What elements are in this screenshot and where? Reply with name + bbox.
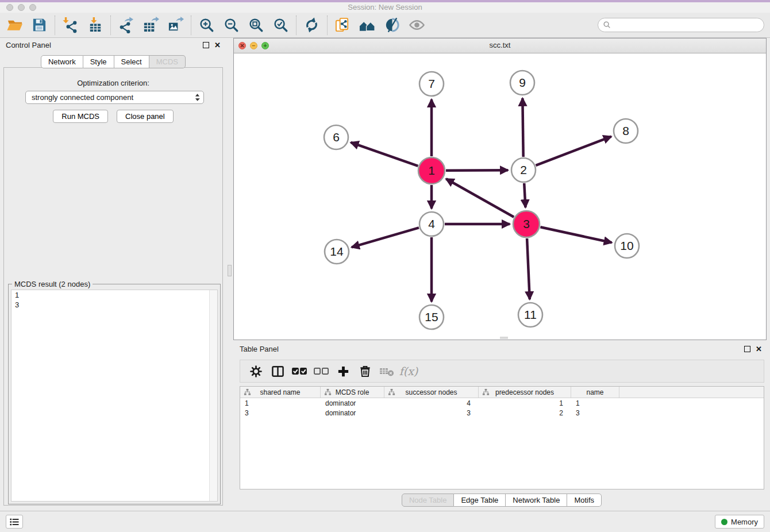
refresh-button[interactable] xyxy=(299,14,324,36)
deselect-all-button[interactable] xyxy=(310,362,332,380)
graph-edge-4-14[interactable] xyxy=(352,228,419,247)
save-session-button[interactable] xyxy=(27,14,52,36)
network-close-button[interactable]: ✕ xyxy=(238,42,246,49)
cell-MCDS-role[interactable]: dominator xyxy=(321,398,384,408)
status-bar: Memory xyxy=(0,511,770,532)
export-image-button[interactable] xyxy=(163,14,188,36)
graph-node-1[interactable]: 1 xyxy=(418,157,445,184)
zoom-fit-button[interactable] xyxy=(244,14,268,36)
export-table-button[interactable] xyxy=(138,14,163,36)
cell-successor-nodes[interactable]: 4 xyxy=(384,398,479,408)
network-file-button[interactable] xyxy=(330,14,355,36)
column-label: shared name xyxy=(260,388,300,396)
gear-button[interactable] xyxy=(245,362,267,380)
panel-splitter-grip[interactable] xyxy=(228,265,232,276)
network-resize-grip[interactable] xyxy=(500,337,508,339)
cell-name[interactable]: 1 xyxy=(571,398,619,408)
run-mcds-button[interactable]: Run MCDS xyxy=(53,110,108,123)
graph-edge-2-3[interactable] xyxy=(524,183,525,207)
control-panel-title: Control Panel xyxy=(6,41,51,49)
network-canvas[interactable]: 7968124314101511 xyxy=(234,53,766,340)
memory-button[interactable]: Memory xyxy=(715,515,764,529)
split-columns-button[interactable] xyxy=(267,362,288,380)
graph-edge-1-2[interactable] xyxy=(446,170,508,171)
tab-network-table[interactable]: Network Table xyxy=(506,494,567,507)
column-header-successor-nodes[interactable]: successor nodes xyxy=(384,387,479,398)
home-button[interactable] xyxy=(355,14,380,36)
graph-node-3[interactable]: 3 xyxy=(513,211,540,237)
table-row[interactable]: 3dominator323 xyxy=(240,408,764,418)
tab-select[interactable]: Select xyxy=(114,55,149,68)
search-box[interactable] xyxy=(598,18,764,32)
table-row[interactable]: 1dominator411 xyxy=(240,398,764,408)
close-panel-icon[interactable]: ✕ xyxy=(214,43,221,48)
zoom-in-button[interactable] xyxy=(194,14,219,36)
tab-style[interactable]: Style xyxy=(83,55,114,68)
graph-edge-3-1[interactable] xyxy=(446,179,514,217)
cell-MCDS-role[interactable]: dominator xyxy=(321,408,384,418)
cell-successor-nodes[interactable]: 3 xyxy=(384,408,479,418)
column-header-predecessor-nodes[interactable]: predecessor nodes xyxy=(479,387,571,398)
table-panel-title: Table Panel xyxy=(240,345,279,353)
graph-edge-2-9[interactable] xyxy=(522,98,523,157)
hide-panel-button[interactable] xyxy=(380,14,405,36)
result-scrollbar[interactable] xyxy=(209,290,217,501)
network-graph[interactable]: 7968124314101511 xyxy=(234,53,766,340)
graph-edge-1-6[interactable] xyxy=(351,142,418,166)
network-minimize-button[interactable]: − xyxy=(250,42,257,49)
graph-node-4[interactable]: 4 xyxy=(419,212,444,236)
control-panel-tabs: NetworkStyleSelectMCDS xyxy=(0,55,226,68)
graph-edge-3-10[interactable] xyxy=(540,227,611,242)
column-label: MCDS role xyxy=(336,388,369,396)
network-window-titlebar[interactable]: ✕ − + scc.txt xyxy=(234,38,766,53)
delete-column-button[interactable] xyxy=(376,362,398,380)
column-header-MCDS-role[interactable]: MCDS role xyxy=(321,387,384,398)
export-network-button[interactable] xyxy=(114,14,138,36)
graph-edge-2-8[interactable] xyxy=(536,137,611,165)
zoom-out-button[interactable] xyxy=(219,14,244,36)
task-history-button[interactable] xyxy=(6,515,23,529)
cell-name[interactable]: 3 xyxy=(571,408,619,418)
tab-network[interactable]: Network xyxy=(41,55,83,68)
graph-node-6[interactable]: 6 xyxy=(324,125,348,149)
import-network-button[interactable] xyxy=(58,14,83,36)
open-file-button[interactable] xyxy=(2,14,27,36)
graph-node-9[interactable]: 9 xyxy=(510,71,534,95)
graph-node-11[interactable]: 11 xyxy=(518,303,542,327)
memory-status-icon xyxy=(721,519,727,525)
graph-edge-3-11[interactable] xyxy=(527,238,530,299)
graph-node-14[interactable]: 14 xyxy=(325,240,349,264)
import-table-button[interactable] xyxy=(83,14,107,36)
graph-node-8[interactable]: 8 xyxy=(614,119,638,143)
cell-predecessor-nodes[interactable]: 1 xyxy=(479,398,571,408)
search-input[interactable] xyxy=(614,20,764,31)
zoom-selected-button[interactable] xyxy=(268,14,293,36)
svg-text:9: 9 xyxy=(519,76,526,89)
close-table-panel-icon[interactable]: ✕ xyxy=(756,346,762,352)
tab-motifs[interactable]: Motifs xyxy=(567,494,602,507)
add-row-button[interactable] xyxy=(332,362,354,380)
delete-row-button[interactable] xyxy=(354,362,376,380)
cell-shared-name[interactable]: 1 xyxy=(240,398,321,408)
graph-node-2[interactable]: 2 xyxy=(511,158,536,182)
fx-button[interactable]: f(x) xyxy=(398,362,419,380)
column-header-shared-name[interactable]: shared name xyxy=(240,387,321,398)
cell-predecessor-nodes[interactable]: 2 xyxy=(479,408,571,418)
close-panel-button[interactable]: Close panel xyxy=(117,110,174,123)
mcds-result-list[interactable]: 13 xyxy=(11,290,218,502)
graph-node-10[interactable]: 10 xyxy=(615,234,639,258)
float-table-panel-icon[interactable] xyxy=(744,346,750,352)
network-maximize-button[interactable]: + xyxy=(261,42,269,49)
tab-edge-table[interactable]: Edge Table xyxy=(454,494,506,507)
select-all-button[interactable] xyxy=(288,362,310,380)
optimization-criterion-select[interactable]: strongly connected component xyxy=(25,91,204,104)
graph-node-15[interactable]: 15 xyxy=(419,305,444,329)
tab-mcds[interactable]: MCDS xyxy=(149,55,186,68)
tab-node-table[interactable]: Node Table xyxy=(402,494,455,507)
float-panel-icon[interactable] xyxy=(203,42,209,48)
graph-node-7[interactable]: 7 xyxy=(419,72,444,96)
show-eye-button[interactable] xyxy=(405,14,429,36)
svg-text:11: 11 xyxy=(524,308,537,321)
cell-shared-name[interactable]: 3 xyxy=(240,408,321,418)
column-header-name[interactable]: name xyxy=(571,387,619,398)
